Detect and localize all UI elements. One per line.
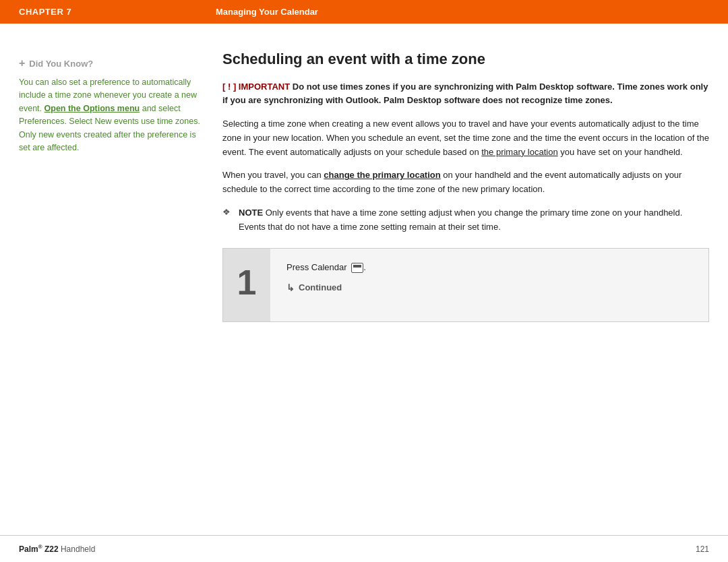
change-primary-location-link: change the primary location: [324, 170, 440, 180]
important-body: Do not use times zones if you are synchr…: [222, 82, 708, 105]
para2-text-start: When you travel, you can: [222, 170, 324, 180]
important-bracket: [ ! ]: [222, 82, 239, 92]
brand-name: Palm® Z22: [19, 544, 59, 554]
important-text: [ ! ] IMPORTANT Do not use times zones i…: [222, 82, 708, 105]
primary-location-link: the primary location: [481, 147, 557, 157]
note-box: ❖ NOTE Only events that have a time zone…: [222, 206, 709, 235]
sidebar-body-text: You can also set a preference to automat…: [19, 76, 202, 154]
important-box: [ ! ] IMPORTANT Do not use times zones i…: [222, 80, 709, 106]
para1-text-end: you have set on your handheld.: [558, 147, 683, 157]
note-icon: ❖: [222, 207, 235, 217]
header-section-title: Managing Your Calendar: [216, 7, 728, 17]
brand-suffix: Handheld: [61, 544, 95, 554]
continued-row: ↳ Continued: [286, 282, 692, 293]
important-label: IMPORTANT: [239, 82, 290, 92]
options-menu-link[interactable]: Open the Options menu: [44, 104, 140, 113]
paragraph-2: When you travel, you can change the prim…: [222, 168, 709, 197]
footer-page-number: 121: [696, 544, 709, 554]
header-chapter: CHAPTER 7: [0, 7, 216, 17]
paragraph-1: Selecting a time zone when creating a ne…: [222, 117, 709, 159]
plus-icon: +: [19, 57, 25, 69]
step-text-post: .: [363, 262, 366, 272]
step-instruction: Press Calendar .: [286, 262, 692, 273]
content-area: + Did You Know? You can also set a prefe…: [0, 24, 728, 535]
footer: Palm® Z22 Handheld 121: [0, 535, 728, 562]
header-bar: CHAPTER 7 Managing Your Calendar: [0, 0, 728, 24]
step-box: 1 Press Calendar . ↳ Continued: [222, 248, 709, 322]
sidebar: + Did You Know? You can also set a prefe…: [19, 51, 216, 535]
step-text-pre: Press Calendar: [286, 262, 349, 272]
main-body: Scheduling an event with a time zone [ !…: [216, 51, 709, 535]
continued-arrow-icon: ↳: [286, 282, 295, 293]
continued-label: Continued: [299, 282, 342, 292]
step-content: Press Calendar . ↳ Continued: [270, 249, 708, 321]
sidebar-heading: Did You Know?: [29, 59, 93, 69]
calendar-icon: [351, 263, 363, 273]
page-title: Scheduling an event with a time zone: [222, 51, 709, 68]
note-label: NOTE: [239, 208, 263, 218]
note-text: NOTE Only events that have a time zone s…: [239, 206, 709, 235]
footer-brand: Palm® Z22 Handheld: [19, 544, 95, 554]
sidebar-header: + Did You Know?: [19, 57, 202, 69]
note-body: Only events that have a time zone settin…: [239, 208, 682, 232]
step-number: 1: [223, 249, 270, 321]
